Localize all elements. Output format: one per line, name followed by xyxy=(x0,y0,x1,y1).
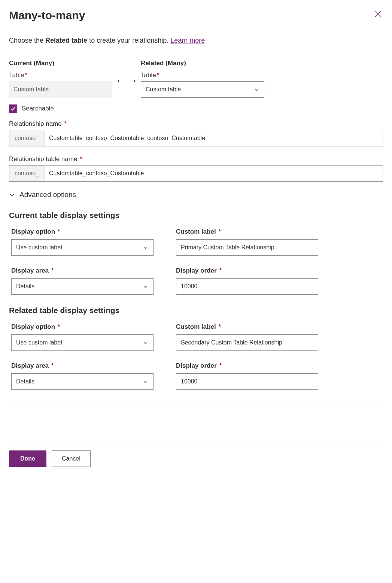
advanced-options-toggle[interactable]: Advanced options xyxy=(9,191,383,199)
learn-more-link[interactable]: Learn more xyxy=(170,37,205,44)
relationship-name-prefix: contoso_ xyxy=(9,130,45,146)
page-title: Many-to-many xyxy=(9,9,85,22)
searchable-label: Searchable xyxy=(22,105,54,112)
current-many-heading: Current (Many) xyxy=(9,60,112,67)
cancel-button[interactable]: Cancel xyxy=(52,450,91,467)
related-display-option-label: Display option * xyxy=(11,323,154,331)
check-icon xyxy=(10,106,16,111)
current-display-option-select[interactable]: Use custom label xyxy=(11,239,154,256)
intro-pre: Choose the xyxy=(9,37,45,44)
related-table-settings-heading: Related table display settings xyxy=(9,306,383,315)
current-custom-label-input[interactable] xyxy=(176,239,318,256)
related-many-heading: Related (Many) xyxy=(141,60,264,67)
related-custom-label-label: Custom label * xyxy=(176,323,318,331)
relationship-name-input[interactable] xyxy=(45,130,383,146)
searchable-checkbox[interactable] xyxy=(9,104,17,113)
current-table-settings-heading: Current table display settings xyxy=(9,211,383,220)
close-icon xyxy=(375,10,382,17)
related-display-area-select[interactable]: Details xyxy=(11,373,154,390)
current-display-area-label: Display area * xyxy=(11,267,154,274)
done-button[interactable]: Done xyxy=(9,450,46,467)
chevron-down-icon xyxy=(9,192,15,198)
related-table-select[interactable]: Custom table xyxy=(141,81,264,98)
current-display-order-label: Display order * xyxy=(176,267,318,274)
related-display-option-select[interactable]: Use custom label xyxy=(11,334,154,351)
advanced-options-label: Advanced options xyxy=(19,191,76,199)
current-custom-label-label: Custom label * xyxy=(176,228,318,236)
related-display-area-label: Display area * xyxy=(11,362,154,370)
current-table-field: Custom table xyxy=(9,81,112,98)
current-table-label: Table* xyxy=(9,72,112,79)
intro-text: Choose the Related table to create your … xyxy=(9,37,383,45)
related-custom-label-input[interactable] xyxy=(176,334,318,351)
related-table-label: Table* xyxy=(141,72,264,79)
current-display-area-select[interactable]: Details xyxy=(11,278,154,295)
relationship-table-name-prefix: contoso_ xyxy=(9,166,45,181)
current-display-order-input[interactable] xyxy=(176,278,318,295)
intro-bold: Related table xyxy=(45,37,87,44)
relationship-table-name-input[interactable] xyxy=(45,166,383,181)
current-display-option-label: Display option * xyxy=(11,228,154,236)
intro-post: to create your relationship. xyxy=(87,37,170,44)
close-button[interactable] xyxy=(373,9,383,20)
section-divider xyxy=(9,401,383,401)
related-display-order-label: Display order * xyxy=(176,362,318,370)
relationship-name-label: Relationship name * xyxy=(9,120,383,128)
relationship-table-name-label: Relationship table name * xyxy=(9,155,383,163)
relationship-connector: ** xyxy=(112,60,141,87)
related-display-order-input[interactable] xyxy=(176,373,318,390)
